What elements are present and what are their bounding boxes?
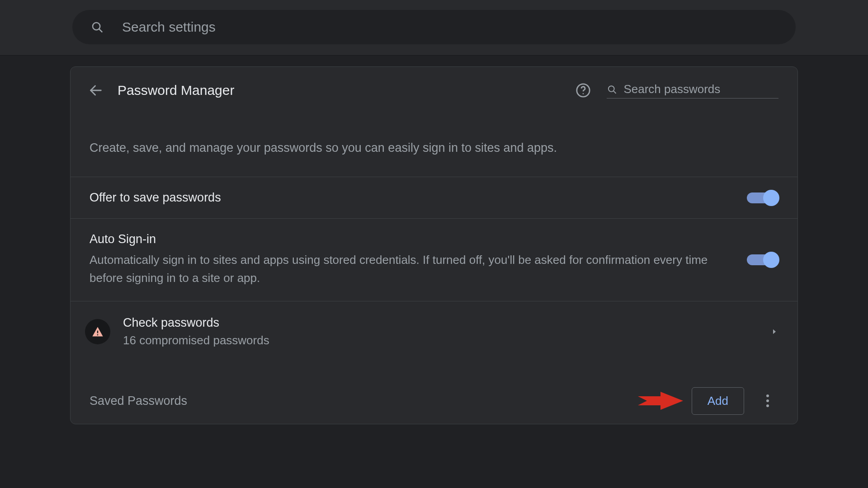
auto-signin-toggle[interactable] <box>747 254 778 265</box>
svg-rect-8 <box>97 334 98 335</box>
more-vertical-icon <box>766 394 769 408</box>
chevron-right-icon <box>770 328 778 336</box>
svg-point-0 <box>93 23 100 30</box>
svg-rect-7 <box>97 330 98 333</box>
check-passwords-row[interactable]: Check passwords 16 compromised passwords <box>71 301 797 362</box>
svg-point-11 <box>766 404 769 407</box>
saved-passwords-header: Saved Passwords Add <box>71 362 797 424</box>
svg-point-9 <box>766 394 769 397</box>
back-button[interactable] <box>85 80 107 101</box>
offer-save-toggle[interactable] <box>747 192 778 203</box>
annotation-arrow <box>636 389 685 412</box>
search-icon <box>607 84 617 95</box>
password-search-input[interactable] <box>623 82 778 96</box>
page-description: Create, save, and manage your passwords … <box>71 114 797 177</box>
svg-line-6 <box>613 91 616 94</box>
svg-point-4 <box>583 93 584 94</box>
svg-point-10 <box>766 399 769 402</box>
auto-signin-title: Auto Sign-in <box>90 232 729 246</box>
warning-icon <box>91 325 104 338</box>
svg-line-1 <box>99 29 102 32</box>
check-passwords-title: Check passwords <box>123 316 770 330</box>
red-arrow-icon <box>636 389 685 412</box>
offer-save-title: Offer to save passwords <box>90 191 729 205</box>
top-search-bar-container <box>0 0 868 56</box>
help-button[interactable] <box>572 80 594 101</box>
check-passwords-sub: 16 compromised passwords <box>123 333 770 347</box>
password-search-container[interactable] <box>607 82 778 99</box>
more-options-button[interactable] <box>757 390 778 412</box>
auto-signin-description: Automatically sign in to sites and apps … <box>90 251 729 287</box>
password-manager-panel: Password Manager Create, save, and manag… <box>70 66 798 424</box>
toggle-knob <box>763 252 779 268</box>
svg-point-5 <box>609 86 614 92</box>
offer-save-passwords-row: Offer to save passwords <box>71 177 797 218</box>
settings-search-bar[interactable] <box>72 10 796 44</box>
warning-badge <box>85 319 110 344</box>
panel-header: Password Manager <box>71 67 797 114</box>
arrow-left-icon <box>88 83 104 98</box>
settings-search-input[interactable] <box>122 19 778 35</box>
add-password-button[interactable]: Add <box>692 387 744 415</box>
search-icon <box>90 20 104 34</box>
page-title: Password Manager <box>118 83 234 98</box>
auto-signin-row: Auto Sign-in Automatically sign in to si… <box>71 218 797 301</box>
saved-passwords-title: Saved Passwords <box>90 394 636 408</box>
toggle-knob <box>763 190 779 206</box>
help-icon <box>576 83 591 98</box>
